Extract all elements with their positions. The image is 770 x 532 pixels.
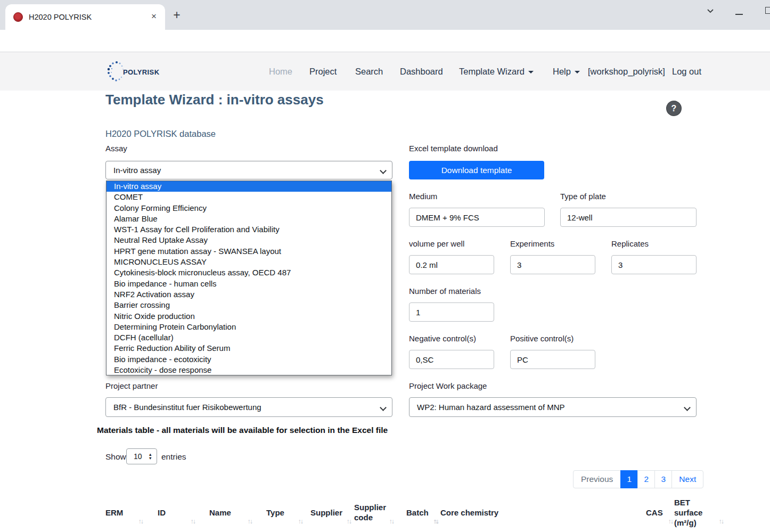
materials-count-input[interactable]: 1 <box>409 302 494 322</box>
replicates-input[interactable]: 3 <box>611 255 697 274</box>
pagination-next[interactable]: Next <box>671 470 703 488</box>
sort-icon[interactable]: ↑↓ <box>389 518 394 525</box>
assay-dropdown-list: In-vitro assay COMET Colony Forming Effi… <box>106 181 392 375</box>
sort-icon[interactable]: ↑↓ <box>191 518 195 525</box>
dropdown-option[interactable]: Barrier crossing <box>107 300 391 310</box>
tab-title: H2020 POLYRISK <box>29 13 92 21</box>
page-title: Template Wizard : in-vitro assays <box>105 92 324 108</box>
dropdown-option[interactable]: Bio impedance - ecotoxicity <box>107 354 391 365</box>
dropdown-option[interactable]: MICRONUCLEUS ASSAY <box>107 257 391 267</box>
dropdown-option[interactable]: Cytokinesis-block micronucleus assay, OE… <box>107 267 391 278</box>
dropdown-option[interactable]: WST-1 Assay for Cell Proliferation and V… <box>107 224 391 235</box>
column-header-supplier-code[interactable]: Supplier code ↑↓ <box>354 493 391 532</box>
download-template-button[interactable]: Download template <box>409 161 544 179</box>
pagination-page-2[interactable]: 2 <box>637 470 655 488</box>
window-minimize-icon[interactable] <box>735 14 743 15</box>
column-header-type[interactable]: Type ↑↓ <box>266 493 300 532</box>
dropdown-option[interactable]: Ecotoxicity - dose response <box>107 365 391 375</box>
show-label: Show <box>105 452 126 462</box>
dropdown-option[interactable]: COMET <box>107 192 391 202</box>
volume-input[interactable]: 0.2 ml <box>409 255 494 274</box>
entries-per-page-select[interactable]: 10 ▲▼ <box>126 448 157 464</box>
dropdown-option[interactable]: Alamar Blue <box>107 214 391 224</box>
column-header-supplier[interactable]: Supplier ↑↓ <box>310 493 349 532</box>
sort-icon[interactable]: ↑↓ <box>347 518 351 525</box>
dropdown-option[interactable]: Colony Forming Efficiency <box>107 203 391 214</box>
sort-icon[interactable]: ↑↓ <box>719 518 724 525</box>
site-navbar: POLYRISK Home Project Search Dashboard T… <box>0 52 770 91</box>
nav-template-wizard[interactable]: Template Wizard <box>459 52 534 91</box>
entries-label: entries <box>161 452 186 462</box>
spinner-arrows-icon: ▲▼ <box>149 453 152 460</box>
nav-home[interactable]: Home <box>269 52 292 91</box>
assay-select[interactable]: In-vitro assay <box>105 161 392 179</box>
work-package-label: Project Work package <box>409 381 487 390</box>
chevron-down-icon <box>685 405 690 410</box>
nav-dashboard[interactable]: Dashboard <box>400 52 443 91</box>
browser-toolbar: ← → ↻ search.data.enanomapper.net/projec… <box>0 30 770 52</box>
logo-text: POLYRISK <box>123 68 159 76</box>
dropdown-option[interactable]: HPRT gene mutation assay - SWANSEA layou… <box>107 246 391 257</box>
pagination-previous[interactable]: Previous <box>573 470 621 488</box>
negative-control-input[interactable]: 0,SC <box>409 350 494 369</box>
column-header-bet-surface[interactable]: BET surface (m²/g) ↑↓ <box>674 493 708 532</box>
materials-count-label: Number of materials <box>409 287 481 296</box>
column-header-name[interactable]: Name ↑↓ <box>209 493 250 532</box>
assay-label: Assay <box>105 144 127 153</box>
dropdown-option[interactable]: In-vitro assay <box>107 181 391 192</box>
browser-tab-strip: H2020 POLYRISK × + <box>0 0 770 30</box>
work-package-select[interactable]: WP2: Human hazard assessment of MNP <box>409 397 697 417</box>
sort-icon[interactable]: ↑↓ <box>138 518 143 525</box>
chevron-down-icon <box>528 71 534 73</box>
volume-label: volume per well <box>409 239 464 248</box>
dropdown-option[interactable]: Determining Protein Carbonylation <box>107 322 391 332</box>
experiments-label: Experiments <box>510 239 554 248</box>
sort-icon[interactable]: ↑↓ <box>298 518 303 525</box>
positive-control-label: Positive control(s) <box>510 334 574 343</box>
nav-project[interactable]: Project <box>309 52 337 91</box>
chevron-down-icon <box>381 405 386 410</box>
column-header-erm[interactable]: ERM ↑↓ <box>105 493 141 532</box>
project-partner-select[interactable]: BfR - Bundesinstitut fuer Risikobewertun… <box>105 397 392 417</box>
sort-icon[interactable]: ↑↓ <box>433 518 438 525</box>
medium-input[interactable]: DMEM + 9% FCS <box>409 208 545 227</box>
polyrisk-logo[interactable]: POLYRISK <box>105 60 159 84</box>
dropdown-option[interactable]: Neutral Red Uptake Assay <box>107 235 391 245</box>
site-favicon <box>13 12 23 22</box>
table-pagination: Previous 1 2 3 Next <box>573 470 703 488</box>
chevron-down-icon <box>575 71 580 73</box>
excel-download-label: Excel template download <box>409 144 498 153</box>
dropdown-option[interactable]: Nitric Oxide production <box>107 311 391 322</box>
column-header-batch[interactable]: Batch ↑↓ <box>406 493 436 532</box>
column-header-core-chemistry[interactable]: Core chemistry ↑↓ <box>440 493 515 532</box>
chevron-down-icon <box>381 168 386 173</box>
pagination-page-3[interactable]: 3 <box>654 470 672 488</box>
browser-tab[interactable]: H2020 POLYRISK × <box>5 4 165 30</box>
dropdown-option[interactable]: DCFH (acellular) <box>107 332 391 343</box>
column-header-id[interactable]: ID ↑↓ <box>158 493 193 532</box>
positive-control-input[interactable]: PC <box>510 350 595 369</box>
materials-table-heading: Materials table - all materials will be … <box>97 425 388 435</box>
column-header-cas[interactable]: CAS ↑↓ <box>646 493 670 532</box>
help-icon[interactable]: ? <box>667 101 681 116</box>
sort-icon[interactable]: ↑↓ <box>668 518 673 525</box>
replicates-label: Replicates <box>611 239 649 248</box>
dropdown-option[interactable]: Ferric Reduction Ability of Serum <box>107 343 391 354</box>
tab-close-icon[interactable]: × <box>148 11 160 22</box>
tab-search-chevron-icon[interactable] <box>704 4 717 17</box>
sort-icon[interactable]: ↑↓ <box>248 518 252 525</box>
plate-type-input[interactable]: 12-well <box>560 208 697 227</box>
window-maximize-icon[interactable] <box>765 7 770 14</box>
medium-label: Medium <box>409 192 437 201</box>
nav-logout[interactable]: Log out <box>672 52 701 91</box>
database-subtitle: H2020 POLYRISK database <box>105 129 216 139</box>
experiments-input[interactable]: 3 <box>510 255 595 274</box>
dropdown-option[interactable]: Bio impedance - human cells <box>107 279 391 289</box>
plate-type-label: Type of plate <box>560 192 606 201</box>
pagination-page-1[interactable]: 1 <box>620 470 638 488</box>
nav-search[interactable]: Search <box>355 52 383 91</box>
nav-help[interactable]: Help <box>553 52 580 91</box>
new-tab-icon[interactable]: + <box>169 7 184 22</box>
browser-window: { "browser": { "tab_title": "H2020 POLYR… <box>0 0 770 532</box>
dropdown-option[interactable]: NRF2 Activation assay <box>107 289 391 300</box>
